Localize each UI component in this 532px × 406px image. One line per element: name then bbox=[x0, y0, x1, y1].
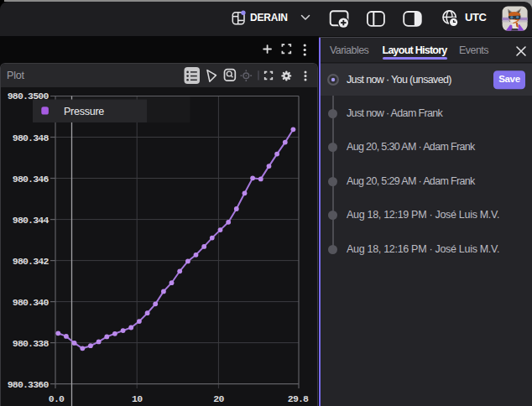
svg-text:29.8: 29.8 bbox=[288, 393, 309, 404]
svg-text:0.0: 0.0 bbox=[49, 393, 65, 404]
svg-text:980.340: 980.340 bbox=[13, 297, 50, 308]
svg-text:980.3500: 980.3500 bbox=[8, 91, 50, 102]
svg-text:Pressure: Pressure bbox=[64, 106, 104, 117]
svg-text:980.344: 980.344 bbox=[13, 215, 50, 226]
svg-text:980.3360: 980.3360 bbox=[8, 379, 50, 390]
svg-text:980.342: 980.342 bbox=[13, 256, 50, 267]
svg-text:20: 20 bbox=[213, 393, 224, 404]
svg-text:980.346: 980.346 bbox=[13, 174, 50, 185]
svg-text:980.338: 980.338 bbox=[13, 338, 50, 349]
svg-text:10: 10 bbox=[132, 393, 143, 404]
svg-text:980.348: 980.348 bbox=[13, 133, 50, 143]
